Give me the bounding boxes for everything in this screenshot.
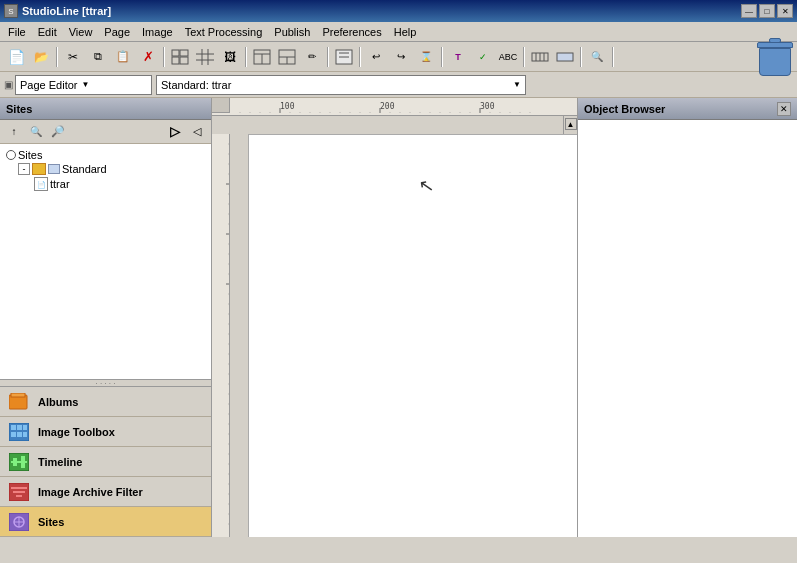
sites-title: Sites: [6, 103, 32, 115]
bottom-panel: Albums Image Toolbox Timeline Image Arch…: [0, 387, 211, 537]
object-browser-header: Object Browser ✕: [578, 98, 797, 120]
bottom-item-sites[interactable]: Sites: [0, 507, 211, 537]
minimize-button[interactable]: —: [741, 4, 757, 18]
menu-help[interactable]: Help: [388, 24, 423, 40]
tb-open-button[interactable]: 📂: [29, 46, 53, 68]
image-archive-filter-label: Image Archive Filter: [38, 486, 143, 498]
tb-sep-7: [523, 47, 525, 67]
tb-sep-5: [359, 47, 361, 67]
close-button[interactable]: ✕: [777, 4, 793, 18]
object-browser-close-button[interactable]: ✕: [777, 102, 791, 116]
menu-preferences[interactable]: Preferences: [316, 24, 387, 40]
sites-find-button[interactable]: 🔎: [48, 123, 68, 141]
folder-icon-standard: [32, 163, 46, 175]
tb-sep-8: [580, 47, 582, 67]
titlebar: S StudioLine [ttrar] — □ ✕: [0, 0, 797, 22]
tb-sep-6: [441, 47, 443, 67]
tb-paste-button[interactable]: 📋: [111, 46, 135, 68]
tb-abc2-button[interactable]: ✓: [471, 46, 495, 68]
page-editor-arrow: ▼: [81, 80, 89, 89]
tree-item-ttrar[interactable]: 📄 ttrar: [2, 176, 209, 192]
tb-bar1-button[interactable]: [528, 46, 552, 68]
tb-zoom-button[interactable]: 🔍: [585, 46, 609, 68]
bottom-item-image-toolbox[interactable]: Image Toolbox: [0, 417, 211, 447]
tb-bar2-button[interactable]: [553, 46, 577, 68]
page-canvas[interactable]: ↖: [248, 134, 577, 537]
tb-new-button[interactable]: 📄: [4, 46, 28, 68]
left-panel: Sites ↑ 🔍 🔎 ▷ ◁ Sites - Standard 📄: [0, 98, 212, 537]
bottom-item-albums[interactable]: Albums: [0, 387, 211, 417]
svg-rect-35: [13, 458, 17, 466]
tb-abc1-button[interactable]: T: [446, 46, 470, 68]
site-icon-standard: [48, 164, 60, 174]
timeline-label: Timeline: [38, 456, 82, 468]
tb-undo-button[interactable]: ↩: [364, 46, 388, 68]
toolbar-main: 📄 📂 ✂ ⧉ 📋 ✗ 🖼 ✏ ↩ ↪ ⌛ T ✓ ABC 🔍: [0, 42, 797, 72]
image-toolbox-label: Image Toolbox: [38, 426, 115, 438]
standard-arrow: ▼: [513, 80, 521, 89]
tree-label-ttrar: ttrar: [50, 178, 70, 190]
tb-delete-button[interactable]: ✗: [136, 46, 160, 68]
tb-sep-1: [56, 47, 58, 67]
ruler-top: 100 200 300: [212, 98, 577, 116]
tb-pencil-button[interactable]: ✏: [300, 46, 324, 68]
page-editor-dropdown[interactable]: Page Editor ▼: [15, 75, 152, 95]
tree-item-sites[interactable]: Sites: [2, 148, 209, 162]
page-icon-ttrar: 📄: [34, 177, 48, 191]
left-ruler-ticks: 100 200: [212, 134, 230, 534]
ruler-left: 100 200: [212, 134, 230, 537]
svg-rect-28: [17, 425, 22, 430]
menu-file[interactable]: File: [2, 24, 32, 40]
timeline-icon: [8, 451, 30, 473]
menu-image[interactable]: Image: [136, 24, 179, 40]
svg-rect-31: [17, 432, 22, 437]
albums-label: Albums: [38, 396, 78, 408]
tb-special-button[interactable]: [332, 46, 356, 68]
bottom-item-timeline[interactable]: Timeline: [0, 447, 211, 477]
trash-icon[interactable]: [757, 38, 793, 76]
object-browser-content: [578, 120, 797, 537]
sites-up-button[interactable]: ↑: [4, 123, 24, 141]
tb-image-button[interactable]: 🖼: [218, 46, 242, 68]
panel-resize-divider[interactable]: · · · · ·: [0, 379, 211, 387]
tb-sep-9: [612, 47, 614, 67]
menu-publish[interactable]: Publish: [268, 24, 316, 40]
bottom-item-image-archive-filter[interactable]: Image Archive Filter: [0, 477, 211, 507]
sites-add-button[interactable]: ▷: [165, 123, 185, 141]
tb-cut-button[interactable]: ✂: [61, 46, 85, 68]
cursor-arrow: ↖: [417, 174, 436, 198]
tb-table-button[interactable]: [168, 46, 192, 68]
sites-search-button[interactable]: 🔍: [26, 123, 46, 141]
right-panel: Object Browser ✕: [577, 98, 797, 537]
scroll-up-button[interactable]: ▲: [565, 118, 577, 130]
tb-grid-button[interactable]: [193, 46, 217, 68]
svg-rect-25: [11, 393, 25, 397]
menu-text-processing[interactable]: Text Processing: [179, 24, 269, 40]
menubar: File Edit View Page Image Text Processin…: [0, 22, 797, 42]
tb-sep-4: [327, 47, 329, 67]
window-controls[interactable]: — □ ✕: [741, 4, 793, 18]
tb-abc3-button[interactable]: ABC: [496, 46, 520, 68]
tb-copy-button[interactable]: ⧉: [86, 46, 110, 68]
maximize-button[interactable]: □: [759, 4, 775, 18]
tree-label-standard: Standard: [62, 163, 107, 175]
menu-page[interactable]: Page: [98, 24, 136, 40]
page-editor-bar: ▣ Page Editor ▼ Standard: ttrar ▼: [0, 72, 797, 98]
page-editor-label: Page Editor: [20, 79, 77, 91]
albums-icon: [8, 391, 30, 413]
menu-edit[interactable]: Edit: [32, 24, 63, 40]
sites-header: Sites: [0, 98, 211, 120]
standard-dropdown[interactable]: Standard: ttrar ▼: [156, 75, 526, 95]
tree-item-standard[interactable]: - Standard: [2, 162, 209, 176]
menu-view[interactable]: View: [63, 24, 99, 40]
expand-standard[interactable]: -: [18, 163, 30, 175]
tb-table2-button[interactable]: [250, 46, 274, 68]
window-title: StudioLine [ttrar]: [22, 5, 111, 17]
tb-redo-button[interactable]: ↪: [389, 46, 413, 68]
tb-layout-button[interactable]: [275, 46, 299, 68]
tb-history-button[interactable]: ⌛: [414, 46, 438, 68]
sites-collapse-button[interactable]: ◁: [187, 123, 207, 141]
svg-rect-29: [23, 425, 27, 430]
tree-label-sites: Sites: [18, 149, 42, 161]
sites-bottom-icon: [8, 511, 30, 533]
